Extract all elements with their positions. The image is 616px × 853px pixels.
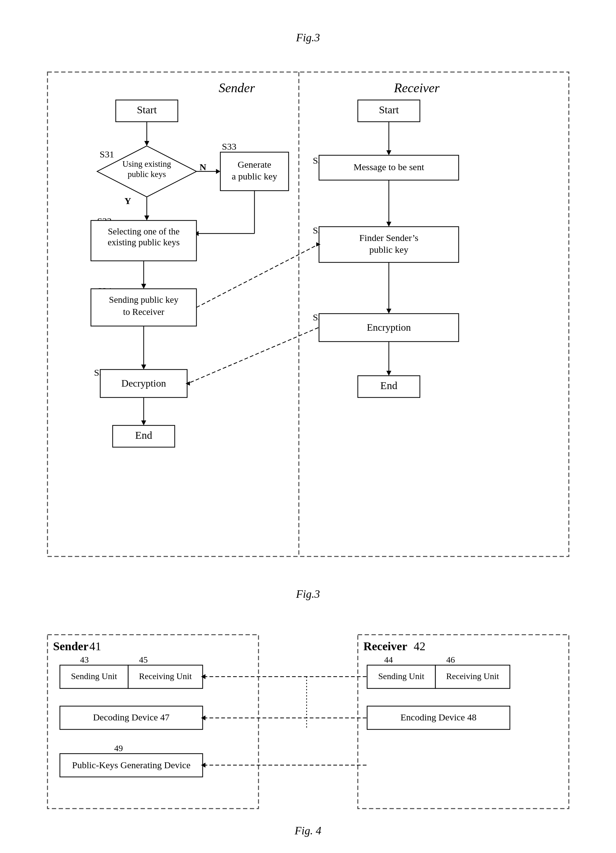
svg-marker-47: [386, 150, 391, 155]
svg-text:Receiver: Receiver: [363, 640, 407, 653]
svg-marker-41: [141, 420, 146, 425]
svg-text:Sending Unit: Sending Unit: [378, 671, 424, 681]
svg-text:public key: public key: [369, 244, 409, 255]
svg-text:Decoding Device 47: Decoding Device 47: [93, 712, 170, 722]
svg-text:Message to be sent: Message to be sent: [353, 162, 424, 172]
svg-text:public keys: public keys: [127, 170, 166, 179]
svg-text:S31: S31: [100, 149, 114, 159]
svg-text:49: 49: [114, 744, 123, 753]
svg-text:Sender: Sender: [53, 640, 88, 653]
svg-text:Y: Y: [124, 196, 131, 206]
svg-text:Sender: Sender: [218, 81, 255, 95]
svg-marker-15: [216, 169, 220, 174]
fig3-caption: Fig.3: [25, 31, 591, 44]
svg-text:Sending Unit: Sending Unit: [71, 671, 117, 681]
svg-text:Decryption: Decryption: [121, 378, 166, 389]
svg-text:N: N: [200, 162, 206, 172]
svg-text:Generate: Generate: [238, 159, 271, 170]
figure3-proper: Sender Receiver Start S31 Using existing…: [25, 69, 591, 581]
svg-text:End: End: [135, 430, 152, 441]
svg-marker-24: [144, 216, 149, 220]
svg-text:Using existing: Using existing: [122, 159, 171, 168]
svg-marker-30: [141, 284, 146, 289]
svg-text:44: 44: [384, 655, 393, 665]
svg-text:Start: Start: [136, 104, 157, 115]
svg-text:a public key: a public key: [232, 171, 277, 181]
svg-line-66: [197, 244, 318, 307]
svg-text:Encoding Device 48: Encoding Device 48: [400, 712, 476, 722]
svg-text:to Receiver: to Receiver: [123, 307, 164, 317]
svg-marker-58: [386, 309, 391, 314]
svg-text:Receiving Unit: Receiving Unit: [139, 671, 192, 681]
svg-marker-36: [141, 364, 146, 369]
svg-text:Encryption: Encryption: [366, 322, 410, 333]
svg-text:Receiver: Receiver: [394, 81, 440, 95]
fig4-caption: Fig. 4: [25, 824, 591, 837]
svg-text:41: 41: [89, 640, 101, 653]
fig4-svg: Sender 41 43 45 Sending Unit Receiving U…: [44, 631, 572, 818]
svg-text:End: End: [380, 380, 397, 391]
fig3-caption: Fig.3: [25, 587, 591, 601]
svg-text:Receiving Unit: Receiving Unit: [446, 671, 499, 681]
svg-text:Finder Sender’s: Finder Sender’s: [359, 232, 418, 243]
svg-text:43: 43: [80, 655, 89, 665]
svg-text:42: 42: [414, 640, 425, 653]
svg-marker-63: [386, 371, 391, 376]
svg-text:S33: S33: [222, 141, 236, 152]
svg-text:Selecting one of the: Selecting one of the: [108, 226, 179, 236]
svg-text:Public-Keys Generating Device: Public-Keys Generating Device: [72, 760, 191, 770]
svg-text:Sending public key: Sending public key: [109, 295, 179, 305]
svg-text:45: 45: [139, 655, 148, 665]
figure4-proper: Sender 41 43 45 Sending Unit Receiving U…: [25, 631, 591, 818]
svg-text:existing public keys: existing public keys: [108, 237, 180, 247]
svg-marker-7: [144, 141, 149, 146]
svg-text:46: 46: [446, 655, 455, 665]
svg-marker-52: [386, 222, 391, 227]
svg-text:Start: Start: [378, 104, 399, 115]
fig3-svg: Sender Receiver Start S31 Using existing…: [44, 69, 572, 581]
